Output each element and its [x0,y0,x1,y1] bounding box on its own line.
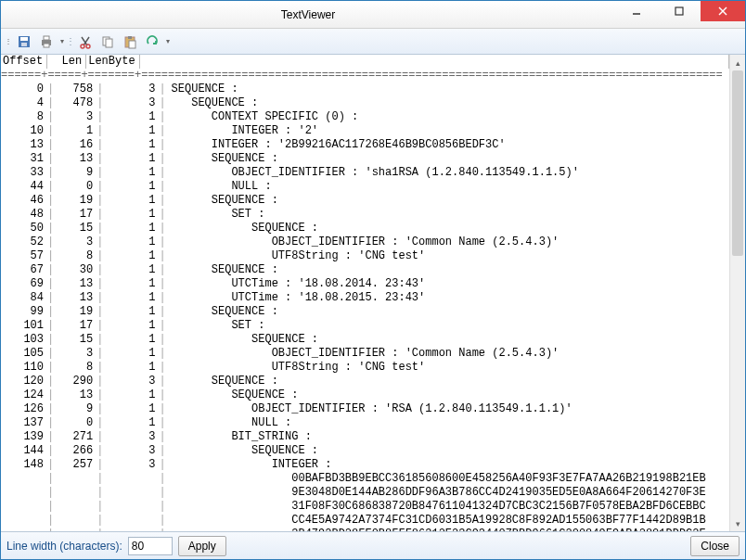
svg-rect-8 [44,36,49,40]
scroll-up-icon[interactable]: ▴ [730,55,745,70]
data-row: 105|3|1| OBJECT_IDENTIFIER : 'Common Nam… [1,347,729,361]
data-row: 8|3|1| CONTEXT SPECIFIC (0) : [1,110,729,124]
footer: Line width (characters): Apply Close [1,531,745,559]
data-row: 103|15|1| SEQUENCE : [1,333,729,347]
scroll-thumb[interactable] [732,70,743,256]
line-width-label: Line width (characters): [6,540,122,553]
data-row: 50|15|1| SEQUENCE : [1,222,729,235]
line-width-input[interactable] [128,537,173,555]
data-row: 57|8|1| UTF8String : 'CNG test' [1,249,729,263]
scroll-down-icon[interactable]: ▾ [730,515,745,531]
data-row: 101|17|1| SET : [1,319,729,333]
data-row: 148|257|3| INTEGER : [1,458,729,472]
svg-point-13 [86,45,90,48]
data-row: 139|271|3| BIT_STRING : [1,430,729,444]
svg-rect-6 [21,43,27,46]
copy-icon[interactable] [97,32,118,52]
cut-icon[interactable] [75,32,96,52]
paste-icon[interactable] [120,32,140,52]
separator-icon: ⋮ [68,32,73,52]
data-row: 84|13|1| UTCTime : '18.08.2015. 23:43' [1,291,729,305]
data-row: 13|16|1| INTEGER : '2B99216AC117268E46B9… [1,138,729,152]
data-row: ||| 3B4792BD28FE0B8FFF86312E23C934407BBD… [1,528,729,531]
data-row: 137|0|1| NULL : [1,416,729,430]
redo-icon[interactable] [142,32,162,52]
dropdown-icon[interactable]: ▾ [164,37,172,45]
svg-point-12 [81,45,84,48]
window-title: TextViewer [1,8,615,21]
data-row: 48|17|1| SET : [1,208,729,222]
close-button-footer[interactable]: Close [690,536,740,556]
data-row: 31|13|1| SEQUENCE : [1,152,729,166]
vertical-scrollbar[interactable]: ▴ ▾ [729,55,745,531]
data-row: 46|19|1| SEQUENCE : [1,194,729,208]
svg-rect-15 [106,39,112,47]
data-row: 69|13|1| UTCTime : '18.08.2014. 23:43' [1,277,729,291]
data-row: 33|9|1| OBJECT_IDENTIFIER : 'sha1RSA (1.… [1,166,729,180]
data-row: 4|478|3| SEQUENCE : [1,96,729,110]
data-row: 124|13|1| SEQUENCE : [1,388,729,402]
apply-button[interactable]: Apply [178,536,226,556]
data-row: ||| CC4E5A9742A7374FC31CD6031B5A19928C8F… [1,514,729,528]
text-content: OffsetLenLenByte======+=====+=======+===… [1,55,729,531]
svg-rect-17 [128,36,132,39]
data-row: 120|290|3| SEQUENCE : [1,375,729,388]
data-row: 44|0|1| NULL : [1,180,729,194]
toolbar-grip-icon: ⋮ [5,37,12,45]
data-row: ||| 00BAFBD3BB9EBCC36185608600E458256A40… [1,472,729,486]
toolbar: ⋮ ▾ ⋮ ▾ [1,29,745,55]
data-row: 52|3|1| OBJECT_IDENTIFIER : 'Common Name… [1,235,729,249]
data-row: 0|758|3|SEQUENCE : [1,83,729,96]
svg-rect-5 [20,37,28,41]
svg-rect-9 [44,44,49,47]
data-row: 10|1|1| INTEGER : '2' [1,124,729,138]
data-row: ||| 9E3048D0E144AB286DDF96A3B786CC4D2419… [1,486,729,500]
data-row: 110|8|1| UTF8String : 'CNG test' [1,361,729,375]
data-row: 67|30|1| SEQUENCE : [1,263,729,277]
maximize-button[interactable] [658,1,701,21]
data-row: 144|266|3| SEQUENCE : [1,444,729,458]
dropdown-icon[interactable]: ▾ [58,37,66,45]
titlebar: TextViewer [1,1,745,29]
data-row: 99|19|1| SEQUENCE : [1,305,729,319]
data-row: ||| 31F08F30C686838720B847611041324D7CBC… [1,500,729,514]
data-row: 126|9|1| OBJECT_IDENTIFIER : 'RSA (1.2.8… [1,402,729,416]
save-icon[interactable] [14,32,34,52]
print-icon[interactable] [36,32,57,52]
close-button[interactable] [701,1,745,21]
svg-rect-1 [675,7,683,15]
svg-rect-18 [129,41,135,48]
minimize-button[interactable] [615,1,658,21]
